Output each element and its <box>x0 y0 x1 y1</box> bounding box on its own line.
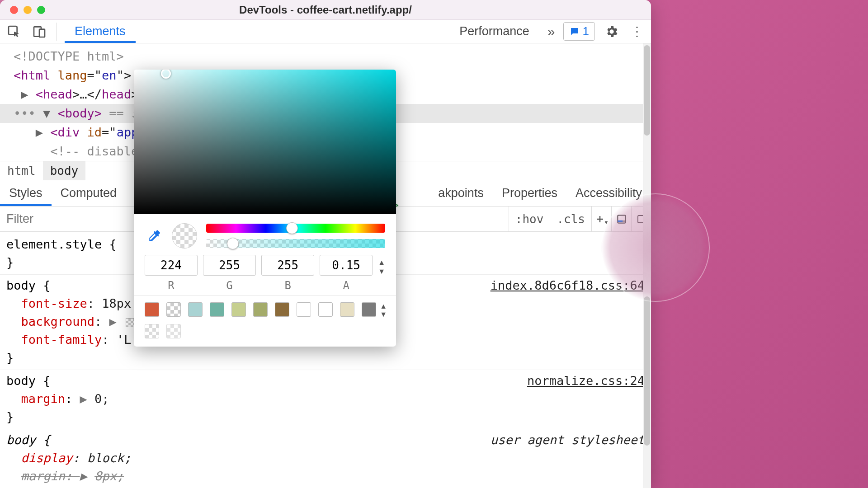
palette-swatch[interactable] <box>166 324 181 338</box>
computed-styles-icon[interactable] <box>611 206 631 231</box>
svg-rect-2 <box>39 29 45 37</box>
palette-swatch[interactable] <box>362 302 376 317</box>
scrollbar-thumb[interactable] <box>644 45 650 136</box>
palette-swatch[interactable] <box>188 302 203 317</box>
device-toolbar-icon[interactable] <box>31 23 48 40</box>
subtab-breakpoints[interactable]: akpoints <box>429 180 493 206</box>
current-color-swatch <box>172 223 197 249</box>
crumb-html[interactable]: html <box>0 161 43 180</box>
close-window-button[interactable] <box>10 6 18 14</box>
traffic-lights <box>10 6 45 14</box>
hov-button[interactable]: :hov <box>509 206 550 231</box>
inspect-element-icon[interactable] <box>5 23 23 40</box>
palette-swatch[interactable] <box>275 302 289 317</box>
new-style-rule-icon[interactable]: ▼ <box>591 206 611 231</box>
b-input[interactable] <box>261 255 314 276</box>
rgba-inputs: R G B A ▲▼ <box>134 255 396 296</box>
palette-set-toggle[interactable]: ▲▼ <box>380 302 387 319</box>
color-picker-popover: R G B A ▲▼ <box>134 70 396 347</box>
hue-slider[interactable] <box>206 224 385 233</box>
saturation-value-area[interactable] <box>134 70 396 214</box>
palette-swatch[interactable] <box>145 302 159 317</box>
crumb-body[interactable]: body <box>43 161 86 180</box>
devtools-toolbar: Elements Performance » 1 ⋮ <box>0 20 651 43</box>
rule-body-ua: user agent stylesheet body { display: bl… <box>6 431 645 485</box>
palette-swatch[interactable] <box>297 302 311 317</box>
minimize-window-button[interactable] <box>24 6 32 14</box>
subtab-accessibility[interactable]: Accessibility <box>566 180 651 206</box>
a-input[interactable] <box>320 255 373 276</box>
eyedropper-icon[interactable] <box>145 227 163 245</box>
issues-count: 1 <box>583 24 589 38</box>
dom-comment[interactable]: <!-- disable <box>0 144 138 158</box>
source-link[interactable]: index.8d6c6f18.css:64 <box>491 277 645 295</box>
color-palette: ▲▼ <box>134 296 396 347</box>
palette-swatch[interactable] <box>231 302 246 317</box>
scrollbar[interactable] <box>643 43 651 488</box>
dom-head[interactable]: ▶ <head>…</head> <box>0 87 138 101</box>
subtab-properties[interactable]: Properties <box>493 180 566 206</box>
palette-swatch[interactable] <box>340 302 354 317</box>
tab-performance[interactable]: Performance <box>449 24 539 38</box>
color-mode-toggle[interactable]: ▲▼ <box>378 255 385 276</box>
alpha-thumb[interactable] <box>227 238 239 249</box>
dom-doctype: <!DOCTYPE html> <box>0 49 124 63</box>
main-area: <!DOCTYPE html> <html lang="en"> ▶ <head… <box>0 43 651 488</box>
subtab-styles[interactable]: Styles <box>0 180 52 206</box>
devtools-window: DevTools - coffee-cart.netlify.app/ Elem… <box>0 0 651 488</box>
g-input[interactable] <box>203 255 256 276</box>
kebab-menu-icon[interactable]: ⋮ <box>628 23 646 40</box>
issues-badge[interactable]: 1 <box>563 22 595 41</box>
ua-label: user agent stylesheet <box>491 431 645 449</box>
elements-panel: <!DOCTYPE html> <html lang="en"> ▶ <head… <box>0 43 651 488</box>
more-tabs-icon[interactable]: » <box>547 24 555 39</box>
source-link[interactable]: normalize.css:24 <box>527 372 645 390</box>
dom-div-app[interactable]: ▶ <div id="app" <box>0 125 146 139</box>
subtab-computed[interactable]: Computed <box>52 180 126 206</box>
sv-cursor-icon[interactable] <box>161 70 171 79</box>
scrollbar-thumb[interactable] <box>644 296 650 446</box>
palette-swatch[interactable] <box>318 302 333 317</box>
zoom-window-button[interactable] <box>37 6 45 14</box>
settings-icon[interactable] <box>603 23 620 40</box>
panel-tabs: Elements <box>65 20 136 43</box>
palette-swatch[interactable] <box>253 302 268 317</box>
tab-elements[interactable]: Elements <box>65 20 136 43</box>
dom-html[interactable]: <html lang="en"> <box>0 68 131 82</box>
r-input[interactable] <box>145 255 198 276</box>
window-title: DevTools - coffee-cart.netlify.app/ <box>239 4 412 16</box>
alpha-slider[interactable] <box>206 239 385 248</box>
palette-swatch[interactable] <box>210 302 224 317</box>
titlebar: DevTools - coffee-cart.netlify.app/ <box>0 0 651 20</box>
cls-button[interactable]: .cls <box>550 206 591 231</box>
rule-body-normalize: normalize.css:24 body { margin: ▶ 0; } <box>6 372 645 426</box>
hue-thumb[interactable] <box>286 222 298 234</box>
palette-swatch[interactable] <box>166 302 181 317</box>
svg-rect-3 <box>618 215 625 223</box>
palette-swatch[interactable] <box>145 324 159 338</box>
